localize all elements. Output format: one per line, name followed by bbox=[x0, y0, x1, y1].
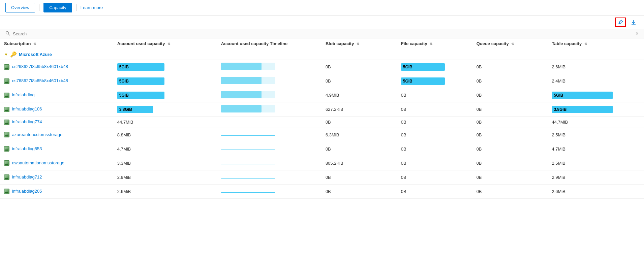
table-header-row: Subscription ⇅ Account used capacity ⇅ A… bbox=[0, 38, 644, 49]
timeline-line bbox=[221, 150, 275, 150]
top-nav: Overview Capacity Learn more bbox=[0, 0, 644, 15]
file-capacity-cell: 0B bbox=[397, 128, 472, 142]
table-cap-bar: 3.8GiB bbox=[552, 106, 613, 113]
timeline-cell bbox=[217, 142, 321, 156]
timeline-bar bbox=[221, 63, 275, 70]
table-capacity-cell: 3.8GiB bbox=[548, 102, 644, 117]
search-clear-button[interactable]: × bbox=[636, 31, 639, 37]
pin-icon bbox=[618, 20, 623, 25]
blob-capacity-cell: 0B bbox=[321, 170, 397, 184]
table-row: awsautomationomsstorage 3.3MiB 805.2KiB0… bbox=[0, 156, 644, 170]
file-capacity-cell: 0B bbox=[397, 156, 472, 170]
blob-capacity-value: 805.2KiB bbox=[326, 161, 343, 166]
sort-icon-queue: ⇅ bbox=[511, 42, 514, 46]
account-link[interactable]: awsautomationomsstorage bbox=[12, 160, 64, 165]
table-capacity-value: 2.5MiB bbox=[552, 132, 565, 137]
capacity-button[interactable]: Capacity bbox=[43, 3, 72, 12]
file-capacity-cell: 0B bbox=[397, 117, 472, 128]
pin-button[interactable] bbox=[615, 18, 626, 27]
col-account-used-capacity[interactable]: Account used capacity ⇅ bbox=[113, 38, 217, 49]
account-used-capacity-cell: 44.7MiB bbox=[113, 117, 217, 128]
queue-capacity-cell: 0B bbox=[472, 102, 548, 117]
learn-more-link[interactable]: Learn more bbox=[81, 5, 103, 10]
table-capacity-value: 2.9MiB bbox=[552, 175, 565, 180]
table-cap-label: 5GiB bbox=[552, 93, 563, 98]
capacity-bar-label: 5GiB bbox=[117, 93, 129, 98]
account-link[interactable]: azureautoacctomsstorage bbox=[12, 132, 63, 137]
capacity-bar-label: 5GiB bbox=[117, 79, 129, 84]
queue-capacity-cell: 0B bbox=[472, 128, 548, 142]
table-capacity-cell: 44.7MiB bbox=[548, 117, 644, 128]
blob-capacity-cell: 0B bbox=[321, 184, 397, 198]
svg-point-3 bbox=[6, 31, 9, 34]
capacity-table: Subscription ⇅ Account used capacity ⇅ A… bbox=[0, 38, 644, 199]
account-link[interactable]: infralabdiag106 bbox=[12, 106, 42, 111]
timeline-line-container bbox=[221, 145, 275, 152]
file-capacity-value: 0B bbox=[401, 147, 406, 152]
timeline-cell bbox=[217, 74, 321, 88]
table-row: infralabdiag106 3.8GiB 627.2KiB0B0B 3.8G… bbox=[0, 102, 644, 117]
account-link[interactable]: infralabdiag553 bbox=[12, 146, 42, 151]
table-capacity-value: 4.7MiB bbox=[552, 147, 565, 152]
blob-capacity-value: 0B bbox=[326, 147, 331, 152]
queue-capacity-value: 0B bbox=[477, 189, 482, 194]
queue-capacity-cell: 0B bbox=[472, 142, 548, 156]
capacity-text: 2.9MiB bbox=[117, 175, 131, 180]
table-row: cs768627f8c65b8x4601xb48 5GiB 0B 5GiB 0B… bbox=[0, 74, 644, 88]
file-capacity-value: 0B bbox=[401, 189, 406, 194]
timeline-cell bbox=[217, 88, 321, 102]
blob-capacity-value: 0B bbox=[326, 78, 331, 84]
queue-capacity-value: 0B bbox=[477, 175, 482, 180]
sort-icon-blob: ⇅ bbox=[357, 42, 359, 46]
account-link[interactable]: cs268627f8c65b8x4601xb48 bbox=[12, 64, 68, 69]
file-capacity-value: 0B bbox=[401, 93, 406, 98]
table-capacity-cell: 5GiB bbox=[548, 88, 644, 102]
timeline-line-container bbox=[221, 173, 275, 181]
col-blob-capacity[interactable]: Blob capacity ⇅ bbox=[321, 38, 397, 49]
blob-capacity-cell: 4.9MiB bbox=[321, 88, 397, 102]
table-row: infralabdiag712 2.9MiB 0B0B0B2.9MiB bbox=[0, 170, 644, 184]
table-row: infralabdiag553 4.7MiB 0B0B0B4.7MiB bbox=[0, 142, 644, 156]
table-capacity-value: 2.4MiB bbox=[552, 78, 565, 84]
account-link[interactable]: infralabdiag774 bbox=[12, 119, 42, 124]
sort-icon-table: ⇅ bbox=[584, 42, 587, 46]
account-link[interactable]: cs768627f8c65b8x4601xb48 bbox=[12, 78, 68, 83]
group-row-microsoft-azure: ▼ 🔑 Microsoft Azure bbox=[0, 49, 644, 60]
blob-capacity-value: 4.9MiB bbox=[326, 93, 339, 98]
capacity-text: 44.7MiB bbox=[117, 120, 133, 125]
queue-capacity-cell: 0B bbox=[472, 74, 548, 88]
file-cap-bar: 5GiB bbox=[401, 63, 445, 71]
queue-capacity-value: 0B bbox=[477, 78, 482, 84]
file-cap-label: 5GiB bbox=[401, 79, 412, 84]
col-table-capacity[interactable]: Table capacity ⇅ bbox=[548, 38, 644, 49]
sort-icon-acc-cap: ⇅ bbox=[167, 42, 170, 46]
queue-capacity-cell: 0B bbox=[472, 88, 548, 102]
account-link[interactable]: infralabdiag712 bbox=[12, 174, 42, 180]
col-timeline[interactable]: Account used capacity Timeline bbox=[217, 38, 321, 49]
overview-button[interactable]: Overview bbox=[5, 3, 35, 12]
table-row: cs268627f8c65b8x4601xb48 5GiB 0B 5GiB 0B… bbox=[0, 60, 644, 74]
group-name[interactable]: Microsoft Azure bbox=[19, 52, 52, 57]
account-link[interactable]: infralabdiag bbox=[12, 92, 35, 97]
queue-capacity-value: 0B bbox=[477, 93, 482, 98]
nav-separator-1 bbox=[39, 4, 39, 11]
search-icon bbox=[5, 31, 10, 37]
group-arrow-icon[interactable]: ▼ bbox=[4, 52, 8, 57]
timeline-cell bbox=[217, 170, 321, 184]
search-input[interactable] bbox=[13, 31, 636, 36]
file-capacity-value: 0B bbox=[401, 132, 406, 137]
file-capacity-cell: 0B bbox=[397, 88, 472, 102]
storage-icon bbox=[4, 78, 9, 84]
blob-capacity-cell: 805.2KiB bbox=[321, 156, 397, 170]
storage-icon bbox=[4, 64, 9, 70]
timeline-line-container bbox=[221, 187, 275, 195]
key-icon: 🔑 bbox=[10, 51, 17, 58]
blob-capacity-cell: 0B bbox=[321, 60, 397, 74]
download-button[interactable] bbox=[628, 18, 639, 27]
account-link[interactable]: infralabdiag205 bbox=[12, 189, 42, 194]
col-queue-capacity[interactable]: Queue capacity ⇅ bbox=[472, 38, 548, 49]
col-file-capacity[interactable]: File capacity ⇅ bbox=[397, 38, 472, 49]
col-subscription[interactable]: Subscription ⇅ bbox=[0, 38, 113, 49]
capacity-text: 2.6MiB bbox=[117, 189, 131, 194]
queue-capacity-cell: 0B bbox=[472, 170, 548, 184]
